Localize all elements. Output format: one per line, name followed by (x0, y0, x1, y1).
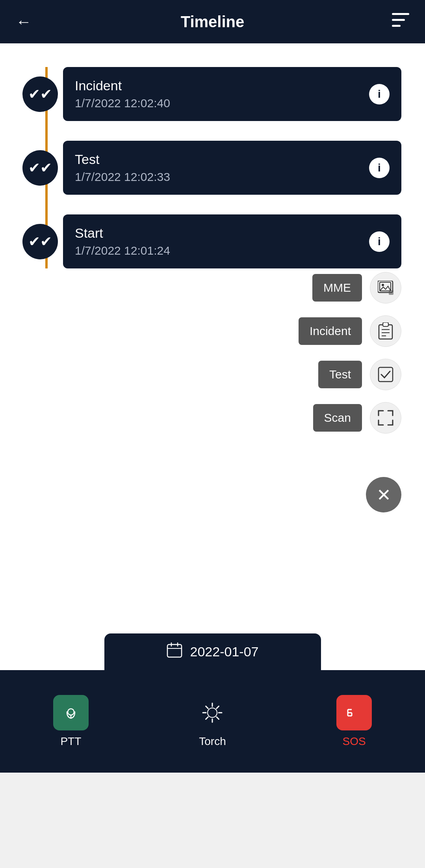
fab-menu-item-test: Test (318, 359, 401, 390)
incident-label[interactable]: Incident (299, 317, 362, 345)
timeline-card-time: 1/7/2022 12:01:24 (75, 244, 170, 257)
svg-point-17 (68, 709, 74, 715)
svg-rect-8 (383, 322, 388, 326)
timeline-card-text: Incident 1/7/2022 12:02:40 (75, 78, 170, 110)
timeline-dot: ✔✔ (22, 76, 58, 112)
scan-label[interactable]: Scan (313, 404, 362, 432)
fab-menu-item-incident: Incident (299, 315, 401, 347)
checkbox-icon[interactable] (370, 359, 401, 390)
svg-line-24 (206, 706, 208, 709)
svg-rect-7 (379, 325, 392, 339)
timeline-item: ✔✔ Incident 1/7/2022 12:02:40 i (63, 67, 401, 121)
double-check-icon: ✔✔ (28, 160, 52, 176)
test-label[interactable]: Test (318, 361, 362, 388)
svg-rect-6 (389, 290, 393, 295)
date-text: 2022-01-07 (190, 644, 259, 659)
header: ← Timeline (0, 0, 425, 43)
svg-rect-2 (392, 25, 401, 27)
svg-point-5 (382, 284, 384, 286)
timeline-dot: ✔✔ (22, 150, 58, 186)
page-title: Timeline (181, 13, 245, 31)
timeline-card[interactable]: Start 1/7/2022 12:01:24 i (63, 214, 401, 268)
calendar-icon (167, 642, 182, 661)
fab-menu-item-mme: MME (312, 272, 401, 304)
svg-line-26 (217, 706, 219, 709)
nav-item-torch[interactable]: Torch (195, 695, 230, 748)
gallery-icon[interactable] (370, 272, 401, 304)
timeline-card[interactable]: Test 1/7/2022 12:02:33 i (63, 141, 401, 195)
ptt-icon (53, 695, 89, 730)
svg-rect-13 (167, 644, 182, 657)
scan-icon[interactable] (370, 402, 401, 434)
filter-icon[interactable] (392, 13, 409, 31)
fab-menu-item-scan: Scan (313, 402, 401, 434)
ptt-label: PTT (60, 735, 81, 748)
fab-menu: MME Incident (299, 272, 401, 434)
svg-rect-1 (392, 19, 405, 21)
svg-line-27 (206, 717, 208, 719)
timeline-card-text: Start 1/7/2022 12:01:24 (75, 225, 170, 257)
info-button[interactable]: i (369, 231, 390, 252)
timeline-item: ✔✔ Test 1/7/2022 12:02:33 i (63, 141, 401, 195)
timeline-card-time: 1/7/2022 12:02:33 (75, 170, 170, 184)
timeline-card-title: Incident (75, 78, 170, 93)
timeline-card-text: Test 1/7/2022 12:02:33 (75, 152, 170, 184)
close-icon: ✕ (377, 485, 391, 505)
timeline: ✔✔ Incident 1/7/2022 12:02:40 i ✔✔ Test … (0, 67, 425, 268)
svg-rect-12 (379, 367, 393, 382)
timeline-item: ✔✔ Start 1/7/2022 12:01:24 i (63, 214, 401, 268)
mme-label[interactable]: MME (312, 274, 362, 302)
sos-icon (336, 695, 372, 730)
timeline-card-title: Test (75, 152, 170, 167)
timeline-card-time: 1/7/2022 12:02:40 (75, 97, 170, 110)
main-content: ✔✔ Incident 1/7/2022 12:02:40 i ✔✔ Test … (0, 43, 425, 773)
info-button[interactable]: i (369, 158, 390, 178)
double-check-icon: ✔✔ (28, 233, 52, 250)
timeline-dot: ✔✔ (22, 224, 58, 259)
sos-label: SOS (343, 735, 366, 748)
timeline-card[interactable]: Incident 1/7/2022 12:02:40 i (63, 67, 401, 121)
info-button[interactable]: i (369, 84, 390, 104)
torch-icon (195, 695, 230, 730)
date-bar: 2022-01-07 (104, 633, 321, 670)
nav-item-sos[interactable]: SOS (336, 695, 372, 748)
fab-close-button[interactable]: ✕ (366, 477, 401, 512)
back-button[interactable]: ← (16, 13, 32, 31)
bottom-nav: PTT Torch (0, 670, 425, 773)
nav-item-ptt[interactable]: PTT (53, 695, 89, 748)
svg-line-25 (217, 717, 219, 719)
svg-rect-0 (392, 13, 409, 15)
double-check-icon: ✔✔ (28, 86, 52, 102)
clipboard-icon[interactable] (370, 315, 401, 347)
torch-label: Torch (199, 735, 226, 748)
svg-point-19 (208, 708, 217, 717)
timeline-card-title: Start (75, 225, 170, 241)
